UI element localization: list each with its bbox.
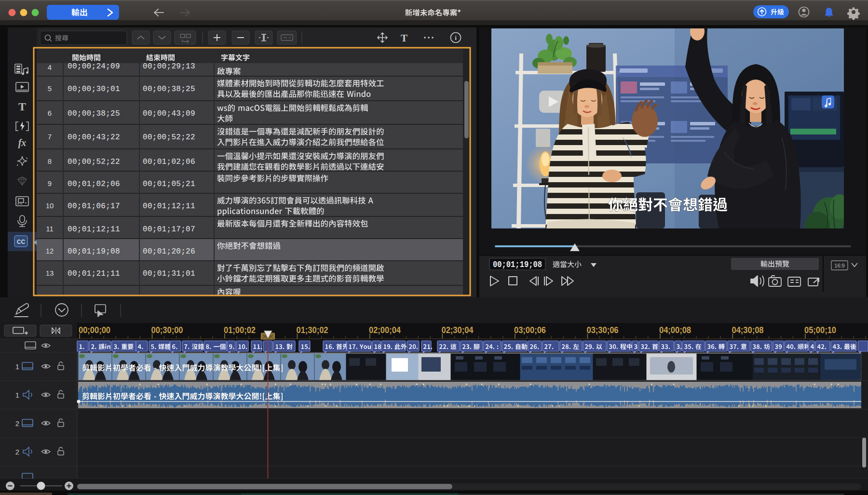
svg-text:04;30;08: 04;30;08	[732, 325, 764, 335]
svg-text:00;01;21;11: 00;01;21;11	[68, 269, 120, 278]
svg-text:7: 7	[48, 133, 52, 141]
svg-text:00;00;30;01: 00;00;30;01	[68, 85, 120, 94]
svg-text:4: 4	[48, 63, 52, 71]
svg-text:2: 2	[15, 419, 19, 428]
svg-text:02;30;04: 02;30;04	[442, 325, 474, 335]
svg-text:01;00;02: 01;00;02	[224, 325, 256, 335]
svg-text:00;01;17;07: 00;01;17;07	[143, 225, 195, 234]
svg-text:04;00;08: 04;00;08	[659, 325, 691, 335]
svg-text:T: T	[401, 32, 407, 44]
svg-text:1: 1	[15, 362, 19, 371]
svg-text:2: 2	[15, 448, 19, 456]
svg-text:11: 11	[46, 225, 54, 233]
svg-text:00;01;12;11: 00;01;12;11	[143, 202, 195, 211]
svg-text:6: 6	[48, 109, 52, 117]
svg-text:5: 5	[48, 84, 52, 93]
svg-text:16:9: 16:9	[834, 263, 844, 268]
svg-text:00;00;29;13: 00;00;29;13	[143, 62, 195, 71]
svg-text:00;00;38;25: 00;00;38;25	[143, 85, 195, 94]
svg-text:00;30;00: 00;30;00	[151, 325, 183, 335]
svg-text:03;30;06: 03;30;06	[587, 325, 619, 335]
svg-text:1: 1	[15, 391, 19, 399]
svg-text:00;01;06;17: 00;01;06;17	[68, 202, 120, 211]
svg-text:00;00;43;22: 00;00;43;22	[68, 133, 120, 142]
svg-text:02;00;04: 02;00;04	[369, 325, 401, 335]
svg-text:9: 9	[48, 179, 52, 187]
svg-text:00;01;19;08: 00;01;19;08	[68, 247, 120, 256]
svg-text:03;00;06: 03;00;06	[514, 325, 546, 335]
svg-text:10: 10	[46, 201, 54, 210]
svg-text:i: i	[455, 34, 457, 41]
svg-text:00;00;24;09: 00;00;24;09	[68, 62, 120, 71]
svg-text:00;00;00: 00;00;00	[79, 325, 110, 335]
svg-text:00;00;52;22: 00;00;52;22	[143, 133, 195, 142]
svg-text:CC: CC	[17, 239, 26, 245]
svg-text:00;01;02;06: 00;01;02;06	[68, 180, 120, 188]
svg-text:8: 8	[48, 157, 52, 165]
svg-text:12: 12	[46, 247, 54, 255]
svg-text:00;01;20;26: 00;01;20;26	[143, 247, 195, 256]
svg-text:00;00;52;22: 00;00;52;22	[68, 158, 120, 166]
svg-text:05;00;10: 05;00;10	[804, 325, 836, 335]
svg-text:00;01;31;01: 00;01;31;01	[143, 269, 195, 278]
svg-text:00;00;43;09: 00;00;43;09	[143, 109, 195, 118]
svg-text:T: T	[18, 100, 26, 113]
svg-text:00;01;12;11: 00;01;12;11	[68, 225, 120, 234]
svg-text:fx: fx	[18, 137, 27, 148]
svg-text:00;01;02;06: 00;01;02;06	[143, 158, 195, 166]
svg-text:01;30;02: 01;30;02	[297, 325, 328, 335]
svg-text:13: 13	[46, 269, 54, 277]
svg-text:00;01;19;08: 00;01;19;08	[493, 260, 542, 269]
svg-text:00;01;05;21: 00;01;05;21	[143, 180, 195, 188]
svg-text:00;00;38;25: 00;00;38;25	[68, 109, 120, 118]
